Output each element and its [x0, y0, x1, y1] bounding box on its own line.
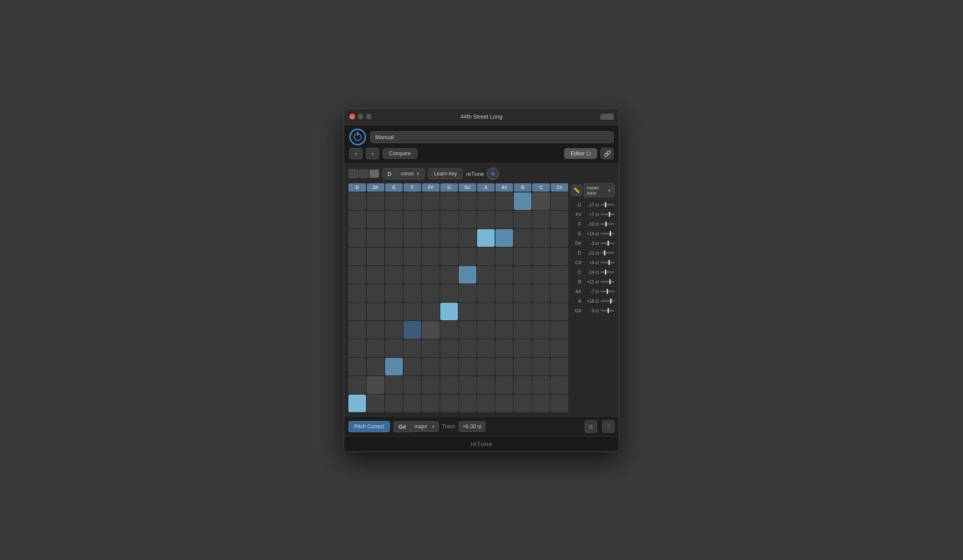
minimize-button[interactable]: [358, 114, 363, 119]
grid-cell[interactable]: [440, 284, 458, 302]
grid-cell[interactable]: [422, 192, 439, 210]
grid-cell[interactable]: [367, 340, 384, 357]
grid-cell[interactable]: [514, 211, 531, 228]
tuning-slider-track[interactable]: [601, 300, 615, 302]
grid-cell[interactable]: [440, 358, 458, 375]
grid-cell[interactable]: [551, 248, 568, 265]
grid-cell[interactable]: [348, 192, 366, 210]
grid-cell[interactable]: [440, 340, 458, 357]
tuning-slider-track[interactable]: [601, 214, 615, 215]
grid-cell[interactable]: [459, 303, 476, 320]
grid-cell[interactable]: [348, 211, 366, 228]
grid-cell[interactable]: [477, 395, 495, 412]
grid-cell[interactable]: [422, 321, 439, 339]
pitch-correct-button[interactable]: Pitch Correct: [348, 421, 390, 432]
grid-cell[interactable]: [532, 229, 550, 247]
grid-cell[interactable]: [459, 192, 476, 210]
close-button[interactable]: [349, 114, 355, 119]
grid-cell[interactable]: [477, 321, 495, 339]
grid-cell[interactable]: [348, 248, 366, 265]
grid-cell[interactable]: [514, 229, 531, 247]
preset-select[interactable]: Manual: [370, 131, 614, 143]
grid-cell[interactable]: [514, 358, 531, 375]
grid-cell[interactable]: [459, 376, 476, 394]
grid-cell[interactable]: [404, 358, 421, 375]
grid-cell[interactable]: [514, 340, 531, 357]
grid-cell[interactable]: [348, 266, 366, 284]
grid-cell[interactable]: [514, 395, 531, 412]
grid-cell[interactable]: [477, 376, 495, 394]
grid-cell[interactable]: [367, 321, 384, 339]
maximize-button[interactable]: [366, 114, 372, 119]
grid-cell[interactable]: [404, 376, 421, 394]
grid-cell[interactable]: [459, 284, 476, 302]
grid-cell[interactable]: [551, 395, 568, 412]
tuning-slider-track[interactable]: [601, 223, 615, 225]
grid-cell[interactable]: [404, 395, 421, 412]
grid-cell[interactable]: [404, 321, 421, 339]
grid-cell[interactable]: [551, 229, 568, 247]
grid-cell[interactable]: [551, 266, 568, 284]
grid-cell[interactable]: [477, 211, 495, 228]
tuning-slider-track[interactable]: [601, 281, 615, 283]
grid-cell[interactable]: [385, 266, 403, 284]
tuning-slider-track[interactable]: [601, 290, 615, 292]
tuning-preset[interactable]: mean tone ▼: [584, 183, 615, 197]
grid-cell[interactable]: [348, 376, 366, 394]
grid-cell[interactable]: [496, 248, 513, 265]
grid-cell[interactable]: [551, 303, 568, 320]
grid-cell[interactable]: [459, 321, 476, 339]
grid-cell[interactable]: [514, 266, 531, 284]
view-medium-button[interactable]: [359, 169, 369, 178]
help-button[interactable]: ?: [602, 420, 615, 433]
grid-cell[interactable]: [477, 284, 495, 302]
link-button[interactable]: 🔗: [601, 148, 614, 159]
grid-cell[interactable]: [551, 358, 568, 375]
grid-cell[interactable]: [514, 303, 531, 320]
prev-button[interactable]: ‹: [349, 148, 362, 159]
grid-cell[interactable]: [422, 358, 439, 375]
grid-cell[interactable]: [532, 248, 550, 265]
grid-cell[interactable]: [440, 192, 458, 210]
grid-cell[interactable]: [514, 284, 531, 302]
grid-cell[interactable]: [532, 211, 550, 228]
tuning-slider-track[interactable]: [601, 252, 615, 254]
grid-cell[interactable]: [422, 229, 439, 247]
grid-cell[interactable]: [551, 321, 568, 339]
grid-cell[interactable]: [385, 211, 403, 228]
grid-cell[interactable]: [532, 340, 550, 357]
grid-cell[interactable]: [348, 284, 366, 302]
grid-cell[interactable]: [440, 266, 458, 284]
grid-cell[interactable]: [496, 376, 513, 394]
learn-key-button[interactable]: Learn key: [428, 168, 463, 179]
tuning-slider-track[interactable]: [601, 271, 615, 273]
grid-cell[interactable]: [532, 284, 550, 302]
grid-cell[interactable]: [459, 229, 476, 247]
grid-cell[interactable]: [367, 248, 384, 265]
grid-cell[interactable]: [459, 248, 476, 265]
grid-cell[interactable]: [514, 376, 531, 394]
grid-cell[interactable]: [496, 284, 513, 302]
grid-cell[interactable]: [532, 192, 550, 210]
grid-cell[interactable]: [514, 248, 531, 265]
grid-cell[interactable]: [496, 266, 513, 284]
grid-cell[interactable]: [459, 211, 476, 228]
grid-cell[interactable]: [551, 192, 568, 210]
grid-cell[interactable]: [348, 340, 366, 357]
grid-cell[interactable]: [404, 340, 421, 357]
grid-cell[interactable]: [496, 303, 513, 320]
grid-cell[interactable]: [440, 229, 458, 247]
grid-cell[interactable]: [385, 284, 403, 302]
grid-cell[interactable]: [514, 321, 531, 339]
grid-cell[interactable]: [514, 192, 531, 210]
grid-cell[interactable]: [404, 192, 421, 210]
grid-cell[interactable]: [477, 358, 495, 375]
grid-cell[interactable]: [496, 358, 513, 375]
grid-cell[interactable]: [477, 192, 495, 210]
grid-cell[interactable]: [348, 229, 366, 247]
grid-cell[interactable]: [422, 248, 439, 265]
settings-button[interactable]: ⚙: [585, 420, 597, 433]
grid-cell[interactable]: [422, 211, 439, 228]
grid-cell[interactable]: [459, 358, 476, 375]
grid-cell[interactable]: [496, 229, 513, 247]
